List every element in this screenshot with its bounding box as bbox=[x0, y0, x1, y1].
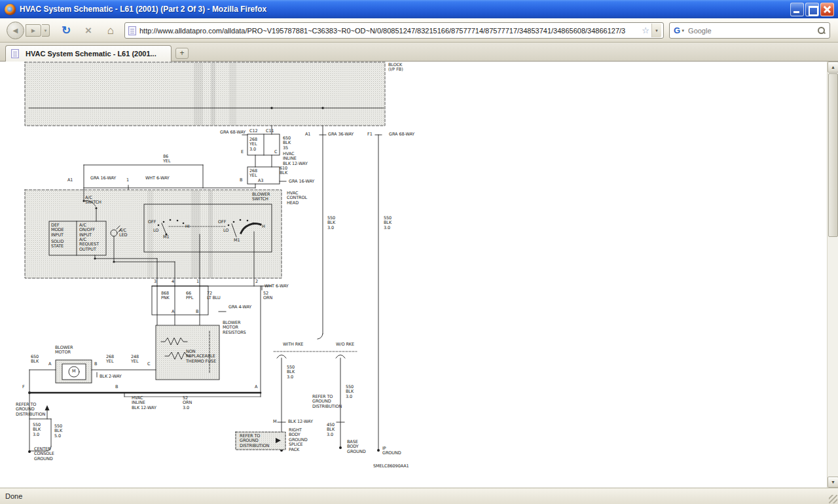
schematic-label: C bbox=[274, 150, 277, 154]
schematic-label: A3 bbox=[258, 179, 263, 183]
page-favicon bbox=[128, 26, 136, 35]
schematic-label: M1 bbox=[163, 235, 170, 240]
schematic-label: 550 BLK 3.0 bbox=[384, 216, 392, 230]
reload-button[interactable]: ↻ bbox=[58, 22, 75, 39]
schematic-label: 1 bbox=[196, 279, 199, 284]
schematic-label: A/C SWITCH bbox=[85, 196, 101, 206]
schematic-label: A/C REQUEST OUTPUT bbox=[79, 238, 99, 252]
schematic-label: E bbox=[241, 150, 244, 154]
window-controls bbox=[790, 3, 834, 16]
search-icon[interactable] bbox=[817, 26, 826, 35]
bookmark-star-icon[interactable]: ☆ bbox=[642, 26, 649, 35]
schematic-label: BLK 12-WAY bbox=[288, 420, 313, 424]
close-button[interactable] bbox=[820, 3, 834, 16]
schematic-label: GRA 36-WAY bbox=[328, 132, 354, 137]
schematic-label: HVAC INLINE BLK 12-WAY bbox=[132, 396, 156, 410]
scrollbar-thumb[interactable] bbox=[828, 73, 838, 237]
schematic-label: SOLID STATE bbox=[51, 240, 64, 249]
url-input[interactable] bbox=[139, 24, 640, 37]
search-engine-dropdown[interactable]: ▼ bbox=[681, 29, 685, 33]
schematic-label: WHT 6-WAY bbox=[145, 176, 170, 181]
schematic-label: 2 bbox=[255, 279, 258, 284]
schematic-label: 248 YEL bbox=[131, 355, 139, 365]
minimize-button[interactable] bbox=[790, 3, 804, 16]
schematic-label: 1 bbox=[126, 178, 129, 183]
firefox-icon bbox=[5, 4, 16, 15]
schematic-label: W/O RKE bbox=[336, 342, 354, 347]
schematic-label: WITH RKE bbox=[283, 342, 303, 347]
forward-button[interactable]: ► bbox=[26, 24, 41, 37]
history-dropdown-button[interactable]: ▼ bbox=[42, 24, 50, 37]
chevron-down-icon: ▼ bbox=[655, 29, 659, 33]
schematic-label: WHT 6-WAY bbox=[264, 284, 289, 289]
schematic-label: OFF bbox=[148, 220, 156, 225]
schematic-label: GRA 68-WAY bbox=[389, 132, 414, 137]
schematic-label: M1 bbox=[234, 238, 240, 243]
schematic-label: B bbox=[240, 178, 242, 183]
schematic-label: B bbox=[196, 310, 198, 314]
tab-label: HVAC System Schematic - L61 (2001... bbox=[26, 50, 156, 58]
schematic-label: A1 bbox=[67, 178, 73, 183]
schematic-label: HVAC INLINE BLK 12-WAY bbox=[283, 152, 308, 166]
home-button[interactable]: ⌂ bbox=[102, 22, 119, 39]
new-tab-button[interactable]: + bbox=[175, 48, 189, 59]
forward-icon: ► bbox=[30, 27, 37, 34]
schematic-label: 268 YEL 3.0 bbox=[249, 137, 257, 152]
page-content: BLOCK (I/P FB)GRA 68-WAYC12C11268 YEL 3.… bbox=[0, 62, 838, 488]
status-bar: Done bbox=[0, 488, 838, 504]
hvac-schematic-diagram: BLOCK (I/P FB)GRA 68-WAYC12C11268 YEL 3.… bbox=[0, 62, 432, 475]
schematic-label: A/C ON/OFF INPUT bbox=[79, 223, 95, 238]
schematic-label: 268 YEL bbox=[249, 169, 257, 179]
tab-hvac-schematic[interactable]: HVAC System Schematic - L61 (2001... bbox=[5, 45, 172, 62]
browser-window: HVAC System Schematic - L61 (2001) (Part… bbox=[0, 0, 838, 504]
schematic-label: C12 bbox=[249, 129, 258, 134]
schematic-label: 550 BLK 3.0 bbox=[287, 365, 295, 380]
schematic-label: IP GROUND bbox=[382, 446, 401, 456]
schematic-label: F bbox=[22, 385, 25, 389]
schematic-label: A bbox=[48, 362, 51, 367]
tab-bar: HVAC System Schematic - L61 (2001... + bbox=[0, 43, 838, 62]
google-icon: G bbox=[674, 26, 680, 35]
schematic-label: 52 ORN 3.0 bbox=[183, 396, 192, 410]
window-title: HVAC System Schematic - L61 (2001) (Part… bbox=[20, 5, 790, 14]
schematic-label: HVAC CONTROL HEAD bbox=[287, 191, 307, 206]
schematic-label: C bbox=[147, 362, 150, 367]
schematic-label: 550 BLK 3.0 bbox=[346, 385, 354, 399]
schematic-label: 650 BLK 35 bbox=[283, 136, 291, 151]
status-text: Done bbox=[5, 492, 22, 500]
schematic-label: LO bbox=[153, 228, 158, 233]
schematic-label: 86 YEL bbox=[163, 154, 170, 164]
schematic-label: GRA 16-WAY bbox=[90, 176, 116, 181]
home-icon: ⌂ bbox=[107, 24, 114, 37]
search-input[interactable] bbox=[688, 27, 817, 35]
schematic-label: BLOWER MOTOR RESISTORS bbox=[223, 321, 246, 335]
vertical-scrollbar[interactable]: ▲ ▼ bbox=[827, 62, 838, 488]
schematic-label: CENTER CONSOLE GROUND bbox=[34, 447, 54, 461]
stop-button[interactable]: × bbox=[80, 22, 97, 39]
schematic-label: C11 bbox=[266, 129, 274, 134]
scroll-up-button[interactable]: ▲ bbox=[828, 62, 838, 73]
url-bar[interactable]: ☆ ▼ bbox=[124, 22, 664, 39]
schematic-label: 4 bbox=[172, 279, 174, 284]
schematic-label: GRA 4-WAY bbox=[228, 305, 251, 310]
schematic-label: OFF bbox=[218, 220, 226, 225]
schematic-label: 550 BLK 5.0 bbox=[54, 424, 62, 439]
schematic-label: BLK 2-WAY bbox=[100, 374, 122, 379]
schematic-label: A bbox=[172, 310, 174, 314]
schematic-label: 66 PPL bbox=[186, 291, 193, 301]
resize-grip[interactable] bbox=[829, 495, 837, 503]
search-box[interactable]: G ▼ bbox=[669, 22, 830, 39]
maximize-button[interactable] bbox=[805, 3, 819, 16]
schematic-label: A/C LED bbox=[119, 228, 127, 238]
schematic-label: BLOWER SWITCH bbox=[252, 192, 270, 202]
url-dropdown-button[interactable]: ▼ bbox=[651, 24, 661, 37]
schematic-label: 650 BLK bbox=[31, 355, 39, 365]
titlebar: HVAC System Schematic - L61 (2001) (Part… bbox=[0, 0, 838, 18]
schematic-label: RIGHT BODY GROUND SPLICE PACK bbox=[289, 428, 308, 452]
schematic-label: M bbox=[273, 420, 277, 424]
schematic-label: M bbox=[72, 369, 76, 374]
scroll-down-button[interactable]: ▼ bbox=[828, 477, 838, 488]
back-button[interactable]: ◄ bbox=[7, 22, 24, 39]
schematic-labels: BLOCK (I/P FB)GRA 68-WAYC12C11268 YEL 3.… bbox=[0, 62, 432, 475]
schematic-label: REFER TO GROUND DISTRIBUTION bbox=[16, 403, 45, 417]
